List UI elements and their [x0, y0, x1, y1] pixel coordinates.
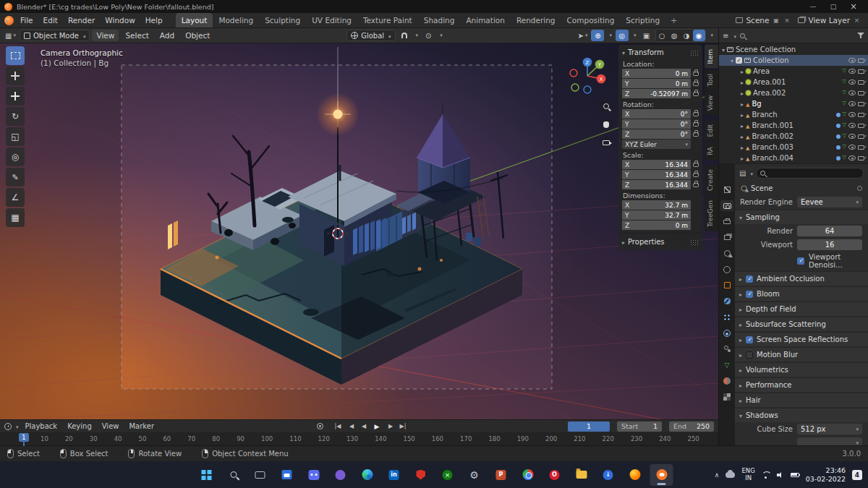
- outliner-row-object[interactable]: Branch.004: [719, 153, 868, 163]
- camera-icon[interactable]: [858, 156, 864, 160]
- annotate-tool[interactable]: [6, 168, 25, 187]
- end-frame-field[interactable]: End250: [669, 421, 714, 432]
- tab-item[interactable]: Item: [705, 45, 718, 69]
- lock-icon[interactable]: [693, 122, 699, 127]
- xray-toggle[interactable]: ▣: [640, 30, 653, 41]
- auto-keyframe-icon[interactable]: [317, 423, 323, 429]
- cascade-size-dropdown[interactable]: [797, 437, 862, 445]
- play-reverse-button[interactable]: [358, 421, 370, 432]
- gizmos-toggle[interactable]: ⊕: [591, 30, 604, 41]
- lock-icon[interactable]: [693, 183, 699, 187]
- camera-icon[interactable]: [858, 134, 864, 139]
- previous-keyframe-button[interactable]: [345, 421, 357, 432]
- search-icon[interactable]: [222, 464, 245, 486]
- panel-bloom[interactable]: Bloom: [735, 286, 868, 301]
- next-keyframe-button[interactable]: [384, 421, 396, 432]
- workspace-tab-shading[interactable]: Shading: [418, 13, 461, 27]
- expand-arrow-icon[interactable]: [741, 111, 744, 119]
- expand-arrow-icon[interactable]: [741, 154, 744, 162]
- 3d-viewport[interactable]: Camera Orthographic (1) Collection | Bg: [0, 43, 718, 419]
- select-box-tool[interactable]: [6, 46, 25, 65]
- object-data-tab-icon[interactable]: [720, 359, 733, 370]
- drag-grip-icon[interactable]: [690, 239, 699, 245]
- scene-selector[interactable]: Scene: [736, 16, 791, 25]
- eye-icon[interactable]: [848, 58, 856, 63]
- eye-icon[interactable]: [848, 90, 856, 95]
- scale-tool[interactable]: [6, 127, 25, 146]
- jump-to-end-button[interactable]: [397, 421, 409, 432]
- scale-x-field[interactable]: X16.344: [622, 160, 691, 169]
- xbox-icon[interactable]: [436, 464, 459, 486]
- battery-icon[interactable]: [791, 473, 799, 477]
- view-layer-tab-icon[interactable]: [720, 232, 733, 243]
- tab-treegen[interactable]: TreeGen: [705, 196, 718, 231]
- selectability-dropdown pointer-icon[interactable]: ➤: [576, 30, 589, 41]
- panel-performance[interactable]: Performance: [735, 377, 868, 392]
- transform-tool[interactable]: [6, 147, 25, 166]
- workspace-tab-rendering[interactable]: Rendering: [511, 13, 561, 27]
- outliner-row-object[interactable]: Branch.002: [719, 131, 868, 142]
- output-tab-icon[interactable]: [720, 216, 733, 227]
- rotate-tool[interactable]: [6, 107, 25, 126]
- remove-view-layer-button[interactable]: [853, 17, 861, 25]
- download-manager-icon[interactable]: ↓: [597, 464, 620, 486]
- panel-shadows[interactable]: Shadows: [735, 408, 868, 422]
- pin-icon[interactable]: [857, 186, 862, 191]
- chrome-icon[interactable]: [516, 464, 540, 486]
- rotation-mode-dropdown[interactable]: XYZ Euler: [622, 140, 691, 149]
- render-engine-dropdown[interactable]: Eevee: [797, 197, 862, 207]
- snap-toggle magnet-icon[interactable]: [398, 30, 411, 41]
- expand-arrow-icon[interactable]: [722, 46, 725, 53]
- workspace-tab-texture-paint[interactable]: Texture Paint: [357, 13, 418, 27]
- dimensions-x-field[interactable]: X32.7 m: [622, 200, 691, 210]
- cube-size-dropdown[interactable]: 512 px: [797, 424, 862, 435]
- microsoft-store-icon[interactable]: [276, 464, 299, 486]
- workspace-tab-scripting[interactable]: Scripting: [620, 13, 665, 27]
- eye-icon[interactable]: [848, 80, 856, 85]
- panel-volumetrics[interactable]: Volumetrics: [735, 362, 868, 377]
- notification-badge[interactable]: 4: [852, 470, 862, 480]
- eye-icon[interactable]: [848, 123, 856, 128]
- panel-depth-of-field[interactable]: Depth of Field: [735, 301, 868, 316]
- mode-dropdown[interactable]: Object Mode: [20, 30, 90, 41]
- shading-material-button[interactable]: ◑: [681, 30, 693, 41]
- menu-marker[interactable]: Marker: [125, 422, 158, 430]
- outliner-row-object[interactable]: Area.002: [719, 87, 868, 98]
- wifi-icon[interactable]: [762, 471, 770, 479]
- lock-icon[interactable]: [693, 173, 699, 177]
- outliner-row-object[interactable]: Bg: [719, 98, 868, 109]
- panel-sampling[interactable]: Sampling: [735, 210, 868, 224]
- collection-checkbox[interactable]: [736, 57, 742, 64]
- menu-view[interactable]: View: [92, 30, 119, 41]
- scale-z-field[interactable]: Z16.344: [622, 180, 691, 189]
- denoise-checkbox[interactable]: [797, 257, 804, 265]
- panel-ambient-occlusion[interactable]: Ambient Occlusion: [735, 271, 868, 286]
- menu-add[interactable]: Add: [156, 30, 179, 41]
- panel-subsurface-scattering[interactable]: Subsurface Scattering: [735, 317, 868, 331]
- file-explorer-icon[interactable]: [570, 464, 593, 486]
- modifiers-tab-icon[interactable]: [720, 296, 733, 307]
- add-cube-tool[interactable]: [6, 208, 25, 227]
- bloom-checkbox[interactable]: [746, 291, 753, 298]
- lock-icon[interactable]: [693, 132, 699, 137]
- transform-orientation-dropdown[interactable]: Global: [346, 30, 395, 41]
- lock-icon[interactable]: [693, 92, 699, 96]
- menu-render[interactable]: Render: [64, 13, 99, 27]
- lock-icon[interactable]: [693, 112, 699, 116]
- proportional-edit-dropdown[interactable]: [437, 33, 444, 38]
- dimensions-z-field[interactable]: Z0 m: [622, 221, 691, 230]
- rotation-z-field[interactable]: Z0°: [622, 129, 691, 139]
- snap-settings-dropdown[interactable]: [413, 33, 420, 38]
- linkedin-icon[interactable]: in: [383, 464, 406, 486]
- eye-icon[interactable]: [848, 134, 856, 139]
- minimize-button[interactable]: [803, 0, 823, 13]
- tray-expand-icon[interactable]: [715, 470, 720, 479]
- collapse-arrow-icon[interactable]: [622, 48, 625, 56]
- dimensions-y-field[interactable]: Y32.7 m: [622, 210, 691, 220]
- outliner-row-object[interactable]: Area: [719, 66, 868, 77]
- cursor-tool[interactable]: [6, 67, 25, 85]
- ssr-checkbox[interactable]: [746, 336, 753, 343]
- menu-edit[interactable]: Edit: [39, 13, 62, 27]
- expand-arrow-icon[interactable]: [741, 121, 744, 129]
- overlays-dropdown[interactable]: [631, 33, 638, 38]
